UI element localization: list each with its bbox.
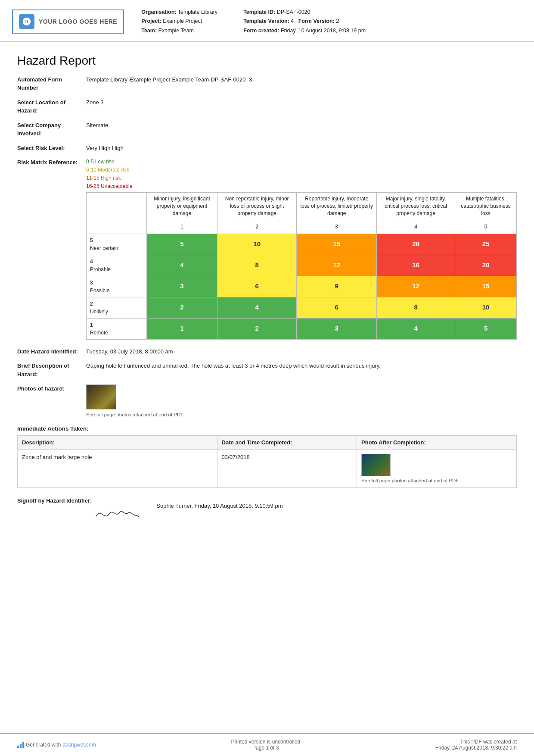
date-hazard-value: Tuesday, 03 July 2018, 8:00:00 am bbox=[86, 347, 517, 356]
risk-level-row: Select Risk Level: Very High High bbox=[17, 144, 517, 153]
form-number-row: Automated Form Number Template Library-E… bbox=[17, 75, 517, 92]
matrix-row-1: 1Remote 1 2 3 4 5 bbox=[87, 318, 517, 339]
matrix-row-3: 3Possible 3 6 9 12 15 bbox=[87, 276, 517, 297]
org-row: Organisation: Template Library bbox=[141, 8, 217, 17]
actions-header: Immediate Actions Taken: bbox=[17, 425, 517, 432]
matrix-col-4: Major injury, single fatality, critical … bbox=[377, 193, 455, 220]
footer-page: Page 1 of 3 bbox=[231, 745, 300, 751]
matrix-col-numbers: 1 2 3 4 5 bbox=[87, 220, 517, 234]
footer-center: Printed version is uncontrolled Page 1 o… bbox=[231, 739, 300, 751]
matrix-col-5: Multiple fatalities, catastrophic busine… bbox=[455, 193, 517, 220]
matrix-col-3: Reportable injury, moderate loss of proc… bbox=[297, 193, 377, 220]
company-row: Select Company Involved: Sitemate bbox=[17, 121, 517, 138]
page-footer: Generated with dashpivot.com Printed ver… bbox=[0, 733, 534, 756]
matrix-table: Minor injury, insignificant property or … bbox=[86, 192, 517, 339]
photos-value: See full page photos attached at end of … bbox=[86, 384, 517, 419]
actions-desc-1: Zone of and mark large hole bbox=[18, 450, 217, 488]
project-row: Project: Example Project bbox=[141, 17, 217, 26]
dashpivot-link[interactable]: dashpivot.com bbox=[62, 742, 96, 748]
header-meta-right: Template ID: DP-SAF-0020 Template Versio… bbox=[243, 8, 366, 35]
company-label: Select Company Involved: bbox=[17, 121, 86, 138]
action-photo-thumb bbox=[361, 454, 391, 476]
brief-desc-label: Brief Description of Hazard: bbox=[17, 362, 86, 378]
legend-low: 0-5 Low risk bbox=[86, 158, 517, 166]
location-label: Select Location of Hazard: bbox=[17, 98, 86, 115]
bar-1 bbox=[17, 746, 19, 748]
footer-right: This PDF was created at Friday, 24 Augus… bbox=[435, 739, 517, 751]
signoff-content: Sophie Turner, Friday, 10 August 2018, 9… bbox=[92, 497, 283, 527]
form-number-label: Automated Form Number bbox=[17, 75, 86, 92]
photos-label: Photos of hazard: bbox=[17, 384, 86, 393]
bar-3 bbox=[22, 742, 24, 748]
signature-display bbox=[92, 497, 143, 527]
footer-logo: Generated with dashpivot.com bbox=[17, 741, 96, 748]
footer-bars-icon bbox=[17, 741, 24, 748]
legend-moderate: 6-10 Moderate risk bbox=[86, 166, 517, 174]
footer-uncontrolled: Printed version is uncontrolled bbox=[231, 739, 300, 745]
footer-pdf-label: This PDF was created at bbox=[435, 739, 517, 745]
logo-icon bbox=[19, 14, 34, 29]
legend-high: 11-15 High risk bbox=[86, 175, 517, 182]
matrix-row-5: 5Near certain 5 10 15 20 25 bbox=[87, 234, 517, 255]
matrix-corner bbox=[87, 193, 147, 220]
actions-table: Description: Date and Time Completed: Ph… bbox=[17, 435, 517, 488]
date-hazard-row: Date Hazard Identified: Tuesday, 03 July… bbox=[17, 347, 517, 356]
footer-left: Generated with dashpivot.com bbox=[17, 741, 96, 748]
photos-note: See full page photos attached at end of … bbox=[86, 411, 517, 419]
template-id-row: Template ID: DP-SAF-0020 bbox=[243, 8, 366, 17]
bar-2 bbox=[20, 744, 22, 748]
risk-matrix-label: Risk Matrix Reference: bbox=[17, 158, 86, 167]
location-row: Select Location of Hazard: Zone 3 bbox=[17, 98, 517, 115]
brief-desc-value: Gaping hole left unfenced and unmarked. … bbox=[86, 362, 517, 370]
generated-text: Generated with bbox=[26, 742, 61, 748]
signoff-row: Signoff by Hazard Identifier: Sophie Tur… bbox=[17, 497, 517, 527]
actions-row-1: Zone of and mark large hole 03/07/2018 S… bbox=[18, 450, 517, 488]
template-ver-row: Template Version: 4 Form Version: 2 bbox=[243, 17, 366, 26]
form-created-row: Form created: Friday, 10 August 2018, 9:… bbox=[243, 26, 366, 35]
brief-desc-row: Brief Description of Hazard: Gaping hole… bbox=[17, 362, 517, 378]
body-content: Hazard Report Automated Form Number Temp… bbox=[0, 42, 534, 733]
risk-matrix-row: Risk Matrix Reference: 0-5 Low risk 6-10… bbox=[17, 158, 517, 339]
hazard-photo-thumb bbox=[86, 384, 116, 409]
signoff-name: Sophie Turner, Friday, 10 August 2018, 9… bbox=[156, 497, 283, 509]
date-hazard-label: Date Hazard Identified: bbox=[17, 347, 86, 356]
header-meta-left: Organisation: Template Library Project: … bbox=[141, 8, 217, 35]
signature-svg bbox=[92, 499, 143, 525]
report-title: Hazard Report bbox=[17, 54, 517, 68]
company-value: Sitemate bbox=[86, 121, 517, 130]
risk-level-label: Select Risk Level: bbox=[17, 144, 86, 153]
form-number-value: Template Library-Example Project-Example… bbox=[86, 75, 517, 84]
actions-col-photo: Photo After Completion: bbox=[357, 436, 517, 450]
action-photo-note: See full page photos attached at end of … bbox=[361, 478, 512, 483]
page-header: YOUR LOGO GOES HERE Organisation: Templa… bbox=[0, 0, 534, 42]
matrix-col-1: Minor injury, insignificant property or … bbox=[147, 193, 217, 220]
actions-col-date: Date and Time Completed: bbox=[217, 436, 357, 450]
legend-unacceptable: 16-25 Unacceptable bbox=[86, 183, 517, 190]
actions-table-header: Description: Date and Time Completed: Ph… bbox=[18, 436, 517, 450]
matrix-row-4: 4Probable 4 8 12 16 20 bbox=[87, 255, 517, 276]
location-value: Zone 3 bbox=[86, 98, 517, 107]
risk-matrix-content: 0-5 Low risk 6-10 Moderate risk 11-15 Hi… bbox=[86, 158, 517, 339]
matrix-col-2: Non-reportable injury, minor loss of pro… bbox=[217, 193, 296, 220]
team-row: Team: Example Team bbox=[141, 26, 217, 35]
footer-pdf-date: Friday, 24 August 2018, 9:30:22 am bbox=[435, 745, 517, 751]
actions-photo-1: See full page photos attached at end of … bbox=[357, 450, 517, 488]
photos-row: Photos of hazard: See full page photos a… bbox=[17, 384, 517, 419]
actions-col-desc: Description: bbox=[18, 436, 217, 450]
risk-level-value: Very High High bbox=[86, 144, 517, 153]
risk-legend: 0-5 Low risk 6-10 Moderate risk 11-15 Hi… bbox=[86, 158, 517, 190]
matrix-header-row: Minor injury, insignificant property or … bbox=[87, 193, 517, 220]
header-meta: Organisation: Template Library Project: … bbox=[141, 8, 517, 35]
actions-date-1: 03/07/2018 bbox=[217, 450, 357, 488]
signoff-label: Signoff by Hazard Identifier: bbox=[17, 497, 92, 505]
logo-box: YOUR LOGO GOES HERE bbox=[12, 9, 124, 34]
matrix-row-2: 2Unlikely 2 4 6 8 10 bbox=[87, 297, 517, 318]
logo-text: YOUR LOGO GOES HERE bbox=[39, 18, 117, 25]
